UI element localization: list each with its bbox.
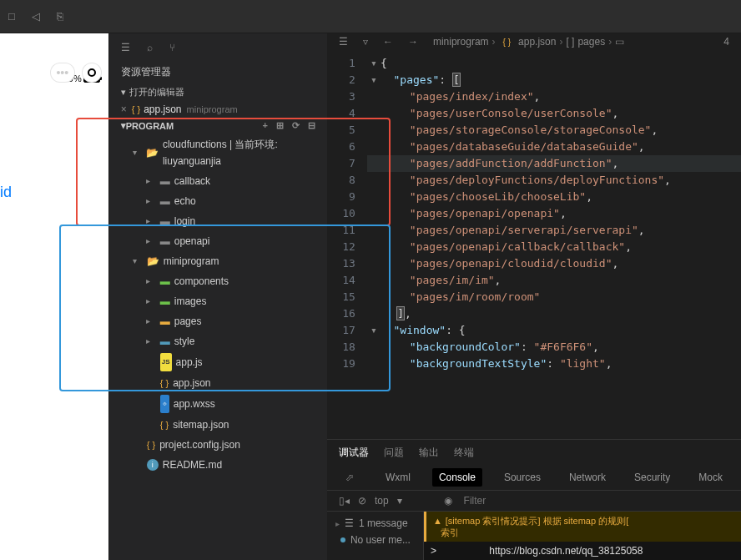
new-folder-icon[interactable]: ⊞: [276, 120, 284, 131]
code-editor-area: ⎘ { } app.json × ☰ ▿ ← → miniprogram › {…: [327, 0, 741, 560]
phone-simulator: 99% ••• id: [0, 0, 109, 560]
devtab-network[interactable]: Network: [562, 468, 612, 487]
file-sitemap-json[interactable]: { }sitemap.json: [109, 415, 327, 435]
file-project-config[interactable]: { }project.config.json: [109, 435, 327, 455]
watermark-url: > https://blog.csdn.net/qq_38125058: [424, 542, 741, 560]
phone-content-text: id: [0, 184, 12, 201]
clear-console-icon[interactable]: ⊘: [358, 495, 366, 507]
folder-miniprogram[interactable]: ▾📂miniprogram: [109, 251, 327, 271]
folder-pages[interactable]: ▸▬pages: [109, 311, 327, 331]
folder-components[interactable]: ▸▬components: [109, 271, 327, 291]
refresh-icon[interactable]: ⟳: [292, 120, 300, 131]
context-selector[interactable]: top: [375, 495, 389, 507]
search-icon[interactable]: ⌕: [147, 42, 153, 53]
folder-callback[interactable]: ▸▬callback: [109, 171, 327, 191]
phone-menu-icon[interactable]: •••: [50, 63, 75, 83]
branch-icon[interactable]: ⑂: [169, 42, 175, 53]
window-icon[interactable]: ⎘: [57, 10, 63, 23]
filter-input[interactable]: [464, 495, 531, 507]
file-app-json[interactable]: { }app.json: [109, 373, 327, 393]
top-toolbar: □ ◁ ⎘: [0, 0, 741, 33]
console-warning: ▲[sitemap 索引情况提示] 根据 sitemap 的规则[ 索引: [424, 512, 741, 542]
breadcrumb: ☰ ▿ ← → miniprogram › { } app.json › [ ]…: [327, 32, 741, 52]
tab-problems[interactable]: 问题: [384, 446, 404, 460]
folder-login[interactable]: ▸▬login: [109, 211, 327, 231]
file-app-wxss[interactable]: ⟐app.wxss: [109, 393, 327, 415]
line-gutter: 12345678910111213141516171819: [327, 52, 367, 439]
devtab-console[interactable]: Console: [432, 468, 482, 487]
debug-panel: 调试器 问题 输出 终端 ⬀ Wxml Console Sources Netw…: [327, 439, 741, 560]
devtab-wxml[interactable]: Wxml: [379, 468, 417, 487]
file-readme[interactable]: iREADME.md: [109, 455, 327, 475]
message-filter-user[interactable]: No user me...: [327, 532, 423, 548]
breadcrumb-root[interactable]: miniprogram: [433, 36, 489, 48]
eye-icon[interactable]: ◉: [444, 495, 452, 507]
file-explorer: ☰ ⌕ ⑂ 资源管理器 ▾打开的编辑器 × { } app.json minip…: [109, 33, 327, 560]
breadcrumb-file[interactable]: app.json: [518, 36, 556, 48]
breadcrumb-key[interactable]: pages: [577, 36, 605, 48]
new-file-icon[interactable]: +: [262, 120, 267, 131]
tab-debugger[interactable]: 调试器: [339, 446, 369, 460]
folder-openapi[interactable]: ▸▬openapi: [109, 231, 327, 251]
forward-icon[interactable]: →: [408, 36, 418, 48]
sidebar-toggle-icon[interactable]: ▯◂: [339, 495, 350, 507]
close-icon[interactable]: ×: [121, 103, 127, 115]
tab-terminal[interactable]: 终端: [454, 446, 474, 460]
phone-close-icon[interactable]: [82, 63, 102, 83]
tab-output[interactable]: 输出: [419, 446, 439, 460]
inspect-icon[interactable]: ⬀: [339, 468, 360, 487]
list-icon[interactable]: ☰: [121, 42, 130, 53]
devtab-mock[interactable]: Mock: [692, 468, 729, 487]
explorer-title: 资源管理器: [109, 62, 327, 83]
menu-icon[interactable]: ☰: [339, 36, 348, 48]
message-sidebar: ▸☰1 message No user me...: [327, 512, 424, 560]
open-editor-file[interactable]: × { } app.json miniprogram: [109, 102, 327, 117]
play-icon[interactable]: ◁: [32, 10, 40, 23]
simulator-icon[interactable]: □: [8, 10, 15, 23]
open-editors-section[interactable]: ▾打开的编辑器: [109, 83, 327, 102]
folder-echo[interactable]: ▸▬echo: [109, 191, 327, 211]
folder-cloudfunctions[interactable]: ▾📂cloudfunctions | 当前环境: liuyanguanjia: [109, 134, 327, 171]
devtab-sources[interactable]: Sources: [497, 468, 547, 487]
folder-style[interactable]: ▸▬style: [109, 331, 327, 351]
program-section[interactable]: ▾ PROGRAM + ⊞ ⟳ ⊟: [109, 117, 327, 134]
collapse-icon[interactable]: ⊟: [308, 120, 315, 131]
back-icon[interactable]: ←: [383, 36, 393, 48]
breadcrumb-count: 4: [723, 36, 729, 48]
bookmark-icon[interactable]: ▿: [363, 36, 368, 48]
file-app-js[interactable]: JSapp.js: [109, 351, 327, 373]
devtab-security[interactable]: Security: [628, 468, 677, 487]
folder-images[interactable]: ▸▬images: [109, 291, 327, 311]
file-tree: ▾📂cloudfunctions | 当前环境: liuyanguanjia ▸…: [109, 134, 327, 475]
code-editor[interactable]: 12345678910111213141516171819 ▾{▾ "pages…: [327, 52, 741, 439]
message-group[interactable]: ▸☰1 message: [327, 515, 423, 532]
